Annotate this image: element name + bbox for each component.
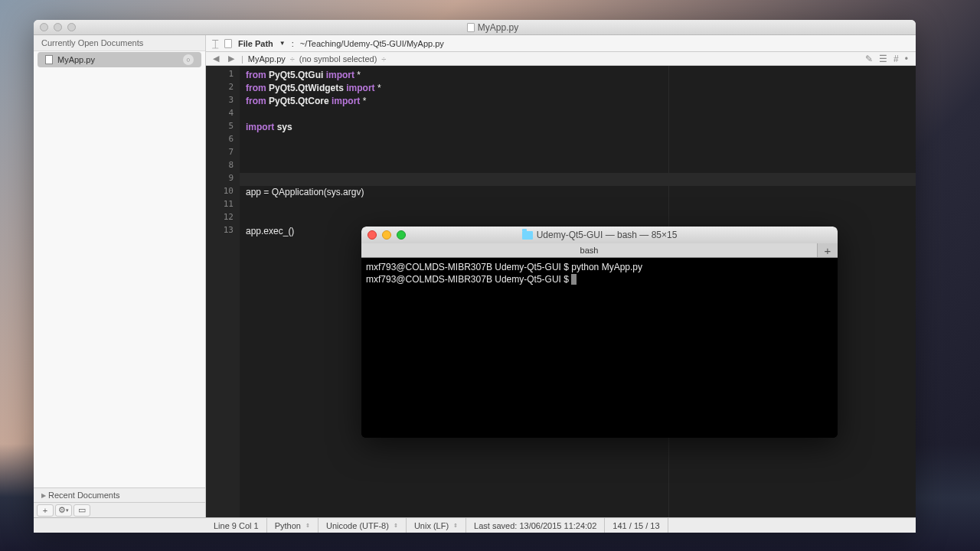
code-line[interactable]: import sys bbox=[246, 121, 910, 134]
nav-forward-icon[interactable]: ▶ bbox=[226, 54, 237, 64]
line-number: 1 bbox=[206, 69, 240, 82]
sidebar-toolbar: + ⚙▾ ▭ bbox=[34, 502, 205, 517]
line-number: 10 bbox=[206, 186, 240, 199]
status-cursor-pos[interactable]: Line 9 Col 1 bbox=[206, 518, 267, 533]
zoom-icon[interactable] bbox=[397, 230, 406, 240]
close-icon[interactable] bbox=[40, 23, 48, 31]
path-bar: ⌶ File Path ▼ : ~/Teaching/Udemy-Qt5-GUI… bbox=[206, 35, 916, 52]
dropdown-icon[interactable]: ▼ bbox=[279, 40, 286, 47]
status-encoding[interactable]: Unicode (UTF-8)⇕ bbox=[318, 518, 407, 533]
code-line[interactable]: from PyQt5.QtCore import * bbox=[246, 95, 910, 108]
status-bar: Line 9 Col 1 Python⇕ Unicode (UTF-8)⇕ Un… bbox=[34, 517, 916, 533]
terminal-line: mxf793@COLMDS-MIBR307B Udemy-Qt5-GUI $ bbox=[366, 273, 833, 285]
symbol-selector[interactable]: (no symbol selected) bbox=[299, 54, 377, 64]
code-line[interactable] bbox=[240, 173, 916, 186]
code-line[interactable] bbox=[246, 199, 910, 212]
line-number: 3 bbox=[206, 95, 240, 108]
disclosure-icon: ▶ bbox=[41, 492, 46, 499]
status-counts[interactable]: 141 / 15 / 13 bbox=[605, 518, 668, 533]
code-line[interactable] bbox=[246, 212, 910, 225]
terminal-traffic-lights bbox=[368, 230, 406, 240]
file-label: MyApp.py bbox=[57, 55, 95, 64]
window-title: MyApp.py bbox=[76, 22, 910, 33]
status-line-endings[interactable]: Unix (LF)⇕ bbox=[407, 518, 466, 533]
jump-bar: ◀ ▶ | MyApp.py ÷ (no symbol selected) ÷ … bbox=[206, 52, 916, 66]
open-docs-header: Currently Open Documents bbox=[34, 35, 205, 51]
status-language[interactable]: Python⇕ bbox=[267, 518, 318, 533]
status-last-saved[interactable]: Last saved: 13/06/2015 11:24:02 bbox=[466, 518, 605, 533]
panel-button[interactable]: ▭ bbox=[74, 504, 90, 517]
line-number: 11 bbox=[206, 199, 240, 212]
code-line[interactable]: from PyQt5.QtWidgets import * bbox=[246, 82, 910, 95]
terminal-tabbar: bash + bbox=[361, 243, 838, 258]
sidebar-item-myapp[interactable]: MyApp.py ○ bbox=[38, 52, 201, 67]
terminal-line: mxf793@COLMDS-MIBR307B Udemy-Qt5-GUI $ p… bbox=[366, 261, 833, 273]
line-number: 7 bbox=[206, 147, 240, 160]
line-number: 9 bbox=[206, 173, 240, 186]
terminal-tab-bash[interactable]: bash bbox=[361, 243, 818, 257]
sidebar: Currently Open Documents MyApp.py ○ ▶ Re… bbox=[34, 35, 206, 517]
divider: ÷ bbox=[381, 54, 386, 64]
line-number: 13 bbox=[206, 225, 240, 238]
bullet-icon[interactable]: • bbox=[905, 54, 908, 64]
code-line[interactable]: from PyQt5.QtGui import * bbox=[246, 69, 910, 82]
line-number: 4 bbox=[206, 108, 240, 121]
line-number: 5 bbox=[206, 121, 240, 134]
minimize-icon[interactable] bbox=[54, 23, 62, 31]
add-button[interactable]: + bbox=[37, 504, 54, 517]
recent-docs-header[interactable]: ▶ Recent Documents bbox=[34, 487, 205, 502]
terminal-title: Udemy-Qt5-GUI — bash — 85×15 bbox=[361, 230, 838, 240]
path-label[interactable]: File Path bbox=[238, 39, 273, 48]
line-number: 12 bbox=[206, 212, 240, 225]
terminal-body[interactable]: mxf793@COLMDS-MIBR307B Udemy-Qt5-GUI $ p… bbox=[361, 258, 838, 438]
new-tab-button[interactable]: + bbox=[818, 243, 838, 257]
file-path[interactable]: ~/Teaching/Udemy-Qt5-GUI/MyApp.py bbox=[300, 39, 444, 48]
line-number: 6 bbox=[206, 134, 240, 147]
title-text: MyApp.py bbox=[478, 22, 518, 33]
line-number: 8 bbox=[206, 160, 240, 173]
folder-icon bbox=[522, 231, 533, 240]
jump-file[interactable]: MyApp.py bbox=[248, 54, 286, 64]
blank-doc-icon[interactable] bbox=[224, 39, 232, 48]
code-line[interactable] bbox=[246, 160, 910, 173]
cursor-icon bbox=[571, 274, 577, 285]
terminal-window: Udemy-Qt5-GUI — bash — 85×15 bash + mxf7… bbox=[361, 227, 838, 438]
line-number: 2 bbox=[206, 82, 240, 95]
file-icon bbox=[45, 55, 53, 64]
code-line[interactable] bbox=[246, 108, 910, 121]
code-line[interactable] bbox=[246, 134, 910, 147]
gear-button[interactable]: ⚙▾ bbox=[55, 504, 72, 517]
hash-icon[interactable]: # bbox=[893, 54, 899, 64]
nav-back-icon[interactable]: ◀ bbox=[211, 54, 221, 64]
terminal-titlebar[interactable]: Udemy-Qt5-GUI — bash — 85×15 bbox=[361, 227, 838, 243]
recent-label: Recent Documents bbox=[48, 491, 120, 500]
minimize-icon[interactable] bbox=[382, 230, 391, 240]
code-line[interactable] bbox=[246, 147, 910, 160]
pencil-icon[interactable]: ✎ bbox=[865, 54, 873, 64]
document-icon bbox=[467, 23, 475, 32]
divider: ÷ bbox=[290, 54, 295, 64]
editor-titlebar[interactable]: MyApp.py bbox=[34, 20, 916, 35]
line-gutter: 12345678910111213 bbox=[206, 66, 240, 517]
close-doc-icon[interactable]: ○ bbox=[183, 54, 194, 65]
close-icon[interactable] bbox=[368, 230, 377, 240]
zoom-icon[interactable] bbox=[67, 23, 76, 31]
list-icon[interactable]: ☰ bbox=[879, 54, 887, 64]
path-separator: : bbox=[292, 39, 294, 48]
text-cursor-icon: ⌶ bbox=[212, 37, 218, 50]
traffic-lights bbox=[40, 23, 76, 31]
code-line[interactable]: app = QApplication(sys.argv) bbox=[246, 186, 910, 199]
